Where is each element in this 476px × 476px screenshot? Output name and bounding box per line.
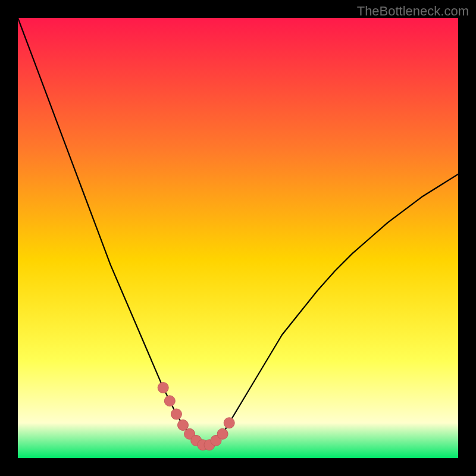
min-marker (217, 428, 228, 439)
min-marker (224, 418, 234, 428)
plot-frame (18, 18, 458, 458)
gradient-background (18, 18, 458, 458)
min-marker (171, 409, 181, 419)
min-marker (178, 420, 189, 431)
min-marker (164, 396, 175, 406)
bottleneck-chart (18, 18, 458, 458)
min-marker (158, 383, 168, 393)
watermark-text: TheBottleneck.com (357, 4, 469, 19)
